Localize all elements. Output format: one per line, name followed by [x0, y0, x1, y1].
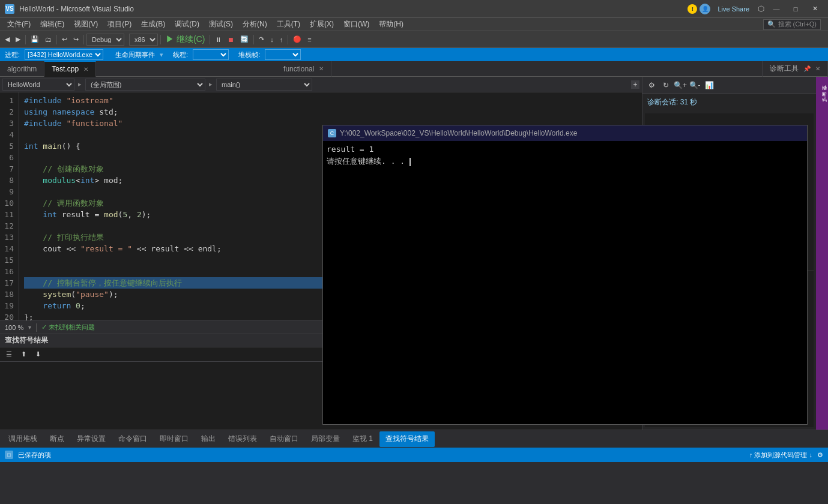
cursor — [409, 158, 411, 166]
diag-zoom-out[interactable]: 🔍- — [688, 79, 701, 92]
add-to-vcs[interactable]: ↑ 添加到源代码管理 ↓ — [749, 451, 812, 460]
tab-watch1[interactable]: 监视 1 — [346, 431, 379, 447]
strip-btn1[interactable]: 活动 — [817, 79, 827, 84]
console-content: result = 1 请按任意键继续. . . — [323, 141, 807, 170]
search-box[interactable]: 🔍 搜索 (Ctrl+Q) — [763, 19, 821, 30]
toolbar-undo[interactable]: ↩ — [59, 33, 70, 46]
toolbar: ◀ ▶ 💾 🗂 ↩ ↪ Debug x86 ▶ 继续(C) ⏸ ⏹ 🔄 ↷ ↓ … — [0, 31, 828, 48]
menu-edit[interactable]: 编辑(E) — [35, 18, 69, 31]
debug-config-dropdown[interactable]: Debug — [86, 34, 124, 46]
menu-project[interactable]: 项目(P) — [103, 18, 136, 31]
strip-btn3[interactable]: 码 — [817, 91, 827, 96]
title-bar: VS HelloWorld - Microsoft Visual Studio … — [0, 0, 828, 18]
add-button[interactable]: + — [631, 80, 639, 89]
toolbar-save[interactable]: 💾 — [28, 33, 41, 46]
tab-functional[interactable]: functional ✕ — [276, 61, 331, 77]
tab-output[interactable]: 输出 — [195, 431, 222, 447]
tab-exceptions[interactable]: 异常设置 — [71, 431, 112, 447]
step-out[interactable]: ↑ — [277, 33, 286, 46]
toolbar-sep1 — [25, 35, 26, 44]
live-share-button[interactable]: Live Share — [718, 5, 749, 13]
continue-button[interactable]: ▶ 继续(C) — [163, 33, 207, 46]
toolbar-sep6 — [253, 35, 254, 44]
find-icon1[interactable]: ☰ — [2, 348, 16, 361]
minimize-button[interactable]: — — [768, 3, 785, 15]
diag-settings-btn[interactable]: ⚙ — [645, 79, 658, 92]
thread-dropdown[interactable] — [193, 49, 229, 60]
maximize-button[interactable]: □ — [787, 3, 804, 15]
step-over[interactable]: ↷ — [256, 33, 267, 46]
tab-algorithm-label: algorithm — [7, 65, 37, 73]
tab-immediate[interactable]: 即时窗口 — [154, 431, 195, 447]
symbol-selector[interactable]: main() — [216, 79, 312, 91]
tab-test-cpp-close[interactable]: ✕ — [83, 66, 88, 73]
menu-bar: 文件(F) 编辑(E) 视图(V) 项目(P) 生成(B) 调试(D) 测试(S… — [0, 18, 828, 31]
toolbar-sep5 — [210, 35, 210, 44]
title-bar-left: VS HelloWorld - Microsoft Visual Studio — [5, 4, 134, 14]
zoom-level[interactable]: 100 % — [5, 324, 23, 331]
line-numbers: 12345 678910 1112131415 1617181920 — [0, 92, 19, 320]
toolbar-redo[interactable]: ↪ — [71, 33, 81, 46]
tab-command[interactable]: 命令窗口 — [112, 431, 153, 447]
strip-btn2[interactable]: 断 — [817, 85, 827, 90]
toolbar-sep2 — [56, 35, 57, 44]
tab-auto[interactable]: 自动窗口 — [264, 431, 304, 447]
stop-button[interactable]: ⏹ — [225, 33, 237, 46]
close-button[interactable]: ✕ — [806, 3, 823, 15]
menu-help[interactable]: 帮助(H) — [374, 18, 408, 31]
status-sep — [36, 323, 37, 332]
process-label: 进程: — [5, 50, 20, 59]
nav-sep2: ▸ — [209, 80, 213, 88]
menu-debug[interactable]: 调试(D) — [170, 18, 204, 31]
scope-selector[interactable]: (全局范围) — [85, 79, 205, 91]
menu-file[interactable]: 文件(F) — [2, 18, 35, 31]
tab-find-symbol[interactable]: 查找符号结果 — [379, 431, 435, 447]
tab-callstack[interactable]: 调用堆栈 — [2, 431, 43, 447]
toolbar-save-all[interactable]: 🗂 — [43, 33, 54, 46]
find-icon3[interactable]: ⬇ — [31, 348, 44, 361]
menu-extensions[interactable]: 扩展(X) — [305, 18, 339, 31]
diag-pin-icon[interactable]: 📌 — [803, 65, 811, 72]
breakpoint-btn[interactable]: 🔴 — [291, 33, 304, 46]
callstack-dropdown[interactable] — [265, 49, 301, 60]
menu-window[interactable]: 窗口(W) — [339, 18, 374, 31]
diag-zoom-in[interactable]: 🔍+ — [674, 79, 687, 92]
menu-tools[interactable]: 工具(T) — [272, 18, 305, 31]
toolbar-fwd[interactable]: ▶ — [13, 33, 23, 46]
pause-button[interactable]: ⏸ — [213, 33, 224, 46]
tab-diag-close[interactable]: ✕ — [815, 65, 820, 72]
tab-error-list[interactable]: 错误列表 — [222, 431, 263, 447]
tab-test-cpp[interactable]: Test.cpp ✕ — [44, 61, 96, 77]
step-into[interactable]: ↓ — [268, 33, 276, 46]
file-selector[interactable]: HelloWorld — [2, 79, 74, 91]
tab-locals[interactable]: 局部变量 — [305, 431, 346, 447]
process-dropdown[interactable]: [3432] HelloWorld.exe — [25, 49, 103, 60]
callstack-label: 堆栈帧: — [238, 50, 260, 59]
menu-test[interactable]: 测试(S) — [204, 18, 238, 31]
tab-diag[interactable]: 诊断工具 📌 ✕ — [762, 61, 828, 77]
saved-items: 已保存的项 — [18, 451, 51, 460]
menu-analyze[interactable]: 分析(N) — [238, 18, 272, 31]
tab-algorithm[interactable]: algorithm — [0, 61, 44, 77]
diag-chart[interactable]: 📊 — [703, 79, 716, 92]
search-placeholder: 搜索 (Ctrl+Q) — [778, 20, 817, 29]
toolbar-sep7 — [288, 35, 288, 44]
menu-build[interactable]: 生成(B) — [136, 18, 170, 31]
menu-view[interactable]: 视图(V) — [69, 18, 103, 31]
find-icon2[interactable]: ⬆ — [17, 348, 30, 361]
toolbar-back[interactable]: ◀ — [2, 33, 12, 46]
tab-breakpoints[interactable]: 断点 — [44, 431, 70, 447]
tab-functional-close[interactable]: ✕ — [319, 65, 324, 72]
console-window: C Y:\002_WorkSpace\002_VS\HelloWorld\Hel… — [322, 125, 808, 425]
nav-sep1: ▸ — [78, 80, 82, 88]
platform-dropdown[interactable]: x86 — [129, 34, 158, 46]
code-line-1: #include "iostream" — [24, 95, 637, 106]
show-threads[interactable]: ≡ — [305, 33, 313, 46]
tab-functional-label: functional — [283, 65, 314, 73]
vs-logo: VS — [5, 4, 14, 14]
diag-refresh-btn[interactable]: ↻ — [659, 79, 672, 92]
restart-button[interactable]: 🔄 — [238, 33, 251, 46]
console-line1: result = 1 — [327, 143, 803, 155]
tab-diag-label: 诊断工具 — [770, 64, 799, 74]
settings-icon[interactable]: ⚙ — [817, 451, 823, 459]
